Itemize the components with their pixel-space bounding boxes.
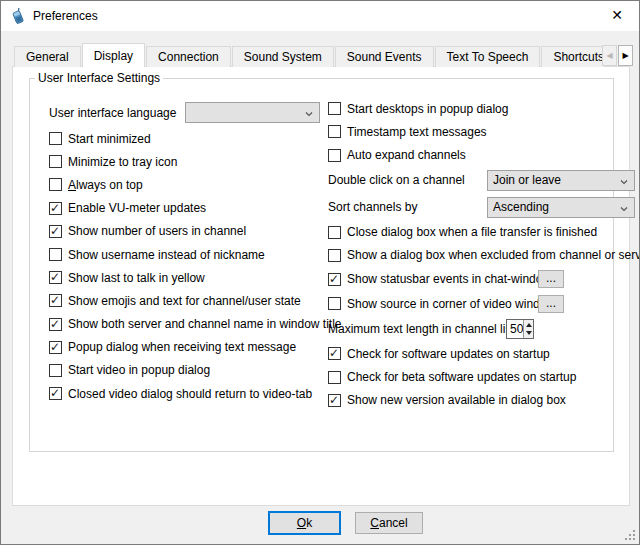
tab-scroll-left-icon[interactable]: ◀ — [602, 45, 617, 66]
checkbox-label: Close dialog box when a file transfer is… — [347, 225, 597, 239]
checkbox-label: Show new version available in dialog box — [347, 393, 566, 407]
spinner-buttons — [523, 320, 533, 338]
max-text-length-row: Maximum text length in channel list 50 — [328, 316, 628, 342]
checkbox-box[interactable] — [49, 178, 62, 191]
title-bar[interactable]: Preferences ✕ — [1, 1, 639, 31]
checkbox-show-user-count[interactable]: Show number of users in channel — [49, 220, 329, 243]
checkbox-video-popup[interactable]: Start video in popup dialog — [49, 359, 329, 382]
double-click-select[interactable]: Join or leave — [487, 170, 635, 191]
tab-text-to-speech[interactable]: Text To Speech — [435, 46, 541, 67]
checkbox-statusbar-events[interactable]: Show statusbar events in chat-window ... — [328, 267, 628, 292]
checkbox-label: Show both server and channel name in win… — [68, 317, 342, 331]
ok-button[interactable]: Ok — [268, 511, 341, 535]
checkbox-box[interactable] — [49, 387, 62, 400]
language-select[interactable] — [185, 102, 320, 123]
checkbox-label: Show source in corner of video window — [347, 297, 555, 311]
checkbox-label: Start video in popup dialog — [68, 363, 210, 377]
checkbox-popup-text-message[interactable]: Popup dialog when receiving text message — [49, 336, 329, 359]
checkbox-box[interactable] — [49, 155, 62, 168]
spinner-up-icon[interactable] — [524, 320, 533, 329]
checkbox-label: Closed video dialog should return to vid… — [68, 387, 312, 401]
checkbox-box[interactable] — [328, 394, 341, 407]
checkbox-box[interactable] — [328, 273, 341, 286]
checkbox-label: Show username instead of nickname — [68, 248, 265, 262]
checkbox-box[interactable] — [328, 249, 341, 262]
display-tab-page: User Interface Settings User interface l… — [12, 66, 630, 506]
resize-grip[interactable] — [623, 528, 635, 540]
checkbox-video-return-tab[interactable]: Closed video dialog should return to vid… — [49, 382, 329, 405]
tab-connection[interactable]: Connection — [146, 46, 231, 67]
checkbox-auto-expand[interactable]: Auto expand channels — [328, 144, 628, 167]
checkbox-box[interactable] — [49, 318, 62, 331]
checkbox-label: Start desktops in popup dialog — [347, 102, 508, 116]
checkbox-box[interactable] — [328, 347, 341, 360]
video-source-options-button[interactable]: ... — [538, 295, 564, 313]
checkbox-box[interactable] — [49, 248, 62, 261]
checkbox-box[interactable] — [328, 102, 341, 115]
checkbox-last-to-talk[interactable]: Show last to talk in yellow — [49, 266, 329, 289]
max-text-length-value[interactable]: 50 — [507, 320, 523, 338]
checkbox-desktops-popup[interactable]: Start desktops in popup dialog — [328, 97, 628, 120]
language-row: User interface language — [49, 98, 329, 127]
checkbox-window-title[interactable]: Show both server and channel name in win… — [49, 313, 329, 336]
checkbox-vu-meter[interactable]: Enable VU-meter updates — [49, 197, 329, 220]
group-title: User Interface Settings — [35, 71, 163, 85]
checkbox-show-emojis[interactable]: Show emojis and text for channel/user st… — [49, 289, 329, 312]
spinner-down-icon[interactable] — [524, 329, 533, 338]
checkbox-minimize-to-tray[interactable]: Minimize to tray icon — [49, 150, 329, 173]
checkbox-close-file-transfer[interactable]: Close dialog box when a file transfer is… — [328, 220, 628, 243]
checkbox-excluded-dialog[interactable]: Show a dialog box when excluded from cha… — [328, 244, 628, 267]
checkbox-label: Auto expand channels — [347, 148, 466, 162]
checkbox-label: Check for beta software updates on start… — [347, 370, 576, 384]
checkbox-box[interactable] — [328, 371, 341, 384]
checkbox-start-minimized[interactable]: Start minimized — [49, 127, 329, 150]
tab-sound-events[interactable]: Sound Events — [335, 46, 434, 67]
checkbox-box[interactable] — [328, 226, 341, 239]
checkbox-label: Show a dialog box when excluded from cha… — [347, 248, 640, 262]
language-label: User interface language — [49, 106, 176, 120]
checkbox-label: Show number of users in channel — [68, 224, 246, 238]
checkbox-label: Minimize to tray icon — [68, 155, 177, 169]
checkbox-check-updates[interactable]: Check for software updates on startup — [328, 342, 628, 365]
preferences-dialog: Preferences ✕ General Display Connection… — [0, 0, 640, 545]
checkbox-label: Show last to talk in yellow — [68, 271, 205, 285]
checkbox-box[interactable] — [328, 125, 341, 138]
max-text-length-spinner[interactable]: 50 — [506, 319, 534, 339]
checkbox-show-username[interactable]: Show username instead of nickname — [49, 243, 329, 266]
statusbar-events-options-button[interactable]: ... — [538, 270, 564, 288]
double-click-label: Double click on a channel — [328, 173, 465, 187]
sort-channels-select[interactable]: Ascending — [487, 197, 635, 218]
tab-shortcuts[interactable]: Shortcuts — [541, 46, 604, 67]
checkbox-label: Enable VU-meter updates — [68, 201, 206, 215]
checkbox-box[interactable] — [49, 271, 62, 284]
chevron-down-icon — [620, 205, 628, 213]
checkbox-video-source-corner[interactable]: Show source in corner of video window ..… — [328, 292, 628, 317]
user-interface-settings-group: User Interface Settings User interface l… — [29, 78, 614, 452]
checkbox-box[interactable] — [49, 225, 62, 238]
tab-display[interactable]: Display — [82, 43, 145, 67]
checkbox-box[interactable] — [49, 202, 62, 215]
checkbox-box[interactable] — [49, 294, 62, 307]
tab-sound-system[interactable]: Sound System — [232, 46, 334, 67]
checkbox-label: Always on top — [68, 178, 143, 192]
app-icon — [10, 8, 26, 24]
right-column: Start desktops in popup dialog Timestamp… — [328, 97, 628, 412]
checkbox-label: Timestamp text messages — [347, 125, 487, 139]
checkbox-timestamp-messages[interactable]: Timestamp text messages — [328, 120, 628, 143]
checkbox-label: Show emojis and text for channel/user st… — [68, 294, 301, 308]
chevron-down-icon — [620, 178, 628, 186]
double-click-row: Double click on a channel Join or leave — [328, 167, 628, 194]
checkbox-always-on-top[interactable]: Always on top — [49, 173, 329, 196]
checkbox-box[interactable] — [328, 297, 341, 310]
tab-scroll-right-icon[interactable]: ▶ — [618, 45, 633, 66]
cancel-button[interactable]: Cancel — [355, 512, 423, 534]
close-icon[interactable]: ✕ — [600, 1, 634, 30]
checkbox-box[interactable] — [49, 364, 62, 377]
checkbox-check-beta-updates[interactable]: Check for beta software updates on start… — [328, 365, 628, 388]
checkbox-box[interactable] — [328, 149, 341, 162]
checkbox-box[interactable] — [49, 341, 62, 354]
checkbox-label: Show statusbar events in chat-window — [347, 272, 551, 286]
tab-general[interactable]: General — [14, 46, 81, 67]
checkbox-new-version-dialog[interactable]: Show new version available in dialog box — [328, 389, 628, 412]
checkbox-box[interactable] — [49, 132, 62, 145]
